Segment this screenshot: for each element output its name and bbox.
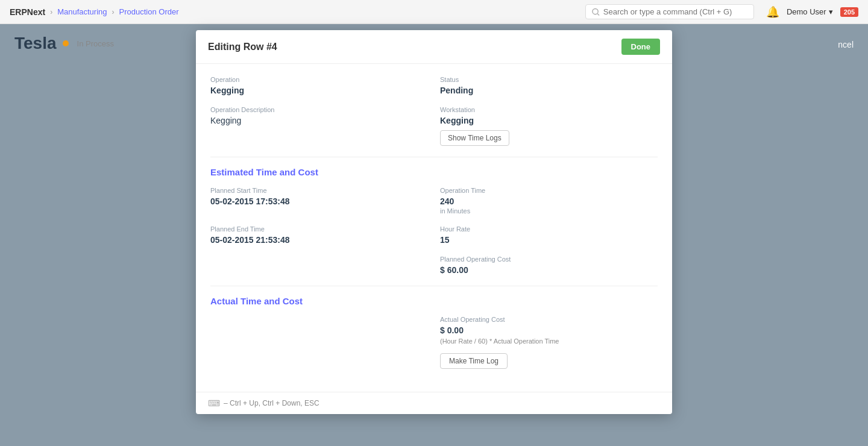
modal-footer: ⌨ – Ctrl + Up, Ctrl + Down, ESC bbox=[196, 392, 672, 414]
breadcrumb-sep-2: › bbox=[112, 8, 115, 16]
brand-logo: ERPNext bbox=[10, 7, 45, 17]
operation-description-value: Kegging bbox=[210, 116, 428, 125]
operation-description-field: Operation Description Kegging bbox=[210, 106, 428, 146]
svg-point-0 bbox=[593, 8, 598, 14]
show-time-logs-button[interactable]: Show Time Logs bbox=[440, 130, 509, 146]
breadcrumb-manufacturing[interactable]: Manufacturing bbox=[57, 7, 107, 16]
status-label-field: Status bbox=[440, 76, 658, 83]
user-menu[interactable]: Demo User ▾ bbox=[787, 7, 833, 16]
chevron-down-icon: ▾ bbox=[829, 7, 833, 16]
empty-col bbox=[210, 256, 428, 275]
planned-start-field: Planned Start Time 05-02-2015 17:53:48 bbox=[210, 187, 428, 215]
estimated-row-1: Planned Start Time 05-02-2015 17:53:48 O… bbox=[210, 187, 658, 215]
basic-info-row-1: Operation Kegging Status Pending bbox=[210, 76, 658, 95]
workstation-label: Workstation bbox=[440, 106, 658, 113]
breadcrumb-sep-1: › bbox=[50, 8, 52, 16]
estimated-section-title: Estimated Time and Cost bbox=[210, 167, 658, 177]
operation-time-value: 240 bbox=[440, 196, 658, 206]
planned-end-value: 05-02-2015 21:53:48 bbox=[210, 235, 428, 245]
actual-row-1: Actual Operating Cost $ 0.00 (Hour Rate … bbox=[210, 316, 658, 369]
section-divider-1 bbox=[210, 157, 658, 157]
basic-info-row-2: Operation Description Kegging Workstatio… bbox=[210, 106, 658, 146]
modal-header: Editing Row #4 Done bbox=[196, 30, 672, 64]
estimated-row-2: Planned End Time 05-02-2015 21:53:48 Hou… bbox=[210, 225, 658, 245]
operation-value: Kegging bbox=[210, 86, 428, 95]
hour-rate-field: Hour Rate 15 bbox=[440, 225, 658, 245]
operation-label: Operation bbox=[210, 76, 428, 83]
actual-empty-col bbox=[210, 316, 428, 369]
operation-time-label: Operation Time bbox=[440, 187, 658, 194]
edit-row-modal: Editing Row #4 Done Operation Kegging St… bbox=[196, 30, 672, 414]
planned-start-label: Planned Start Time bbox=[210, 187, 428, 194]
planned-start-value: 05-02-2015 17:53:48 bbox=[210, 196, 428, 206]
in-minutes-label: in Minutes bbox=[440, 207, 658, 215]
modal-overlay: Editing Row #4 Done Operation Kegging St… bbox=[0, 24, 868, 446]
actual-section-title: Actual Time and Cost bbox=[210, 296, 658, 306]
footer-shortcuts: – Ctrl + Up, Ctrl + Down, ESC bbox=[224, 399, 319, 407]
search-icon bbox=[592, 8, 600, 16]
operation-field: Operation Kegging bbox=[210, 76, 428, 95]
bell-icon[interactable]: 🔔 bbox=[766, 5, 779, 19]
actual-cost-label: Actual Operating Cost bbox=[440, 316, 658, 323]
operation-time-field: Operation Time 240 in Minutes bbox=[440, 187, 658, 215]
navbar-right: 🔔 Demo User ▾ 205 bbox=[766, 5, 858, 19]
navbar: ERPNext › Manufacturing › Production Ord… bbox=[0, 0, 868, 24]
keyboard-icon: ⌨ bbox=[208, 398, 220, 408]
svg-line-1 bbox=[597, 13, 599, 15]
search-bar[interactable] bbox=[585, 4, 754, 19]
status-value: Pending bbox=[440, 86, 658, 95]
done-button[interactable]: Done bbox=[621, 39, 661, 55]
breadcrumb-production-order[interactable]: Production Order bbox=[119, 7, 179, 16]
actual-cost-field: Actual Operating Cost $ 0.00 (Hour Rate … bbox=[440, 316, 658, 369]
search-input[interactable] bbox=[603, 7, 747, 16]
estimated-row-3: Planned Operating Cost $ 60.00 bbox=[210, 256, 658, 275]
status-field: Status Pending bbox=[440, 76, 658, 95]
actual-cost-value: $ 0.00 bbox=[440, 325, 658, 335]
hour-rate-label: Hour Rate bbox=[440, 225, 658, 233]
workstation-value: Kegging bbox=[440, 116, 658, 125]
modal-body: Operation Kegging Status Pending Operati… bbox=[196, 64, 672, 392]
workstation-field: Workstation Kegging Show Time Logs bbox=[440, 106, 658, 146]
planned-cost-label: Planned Operating Cost bbox=[440, 256, 658, 263]
notification-badge[interactable]: 205 bbox=[840, 7, 858, 17]
planned-end-field: Planned End Time 05-02-2015 21:53:48 bbox=[210, 225, 428, 245]
operation-description-label: Operation Description bbox=[210, 106, 428, 113]
user-label: Demo User bbox=[787, 7, 826, 16]
planned-end-label: Planned End Time bbox=[210, 225, 428, 233]
planned-cost-field: Planned Operating Cost $ 60.00 bbox=[440, 256, 658, 275]
page-background: Tesla In Process ncel Editing Row #4 Don… bbox=[0, 24, 868, 446]
planned-cost-value: $ 60.00 bbox=[440, 265, 658, 275]
section-divider-2 bbox=[210, 286, 658, 286]
hour-rate-value: 15 bbox=[440, 235, 658, 245]
actual-section: Actual Time and Cost Actual Operating Co… bbox=[210, 296, 658, 369]
modal-title: Editing Row #4 bbox=[208, 42, 277, 52]
make-time-log-button[interactable]: Make Time Log bbox=[440, 353, 508, 369]
formula-text: (Hour Rate / 60) * Actual Operation Time bbox=[440, 338, 658, 345]
